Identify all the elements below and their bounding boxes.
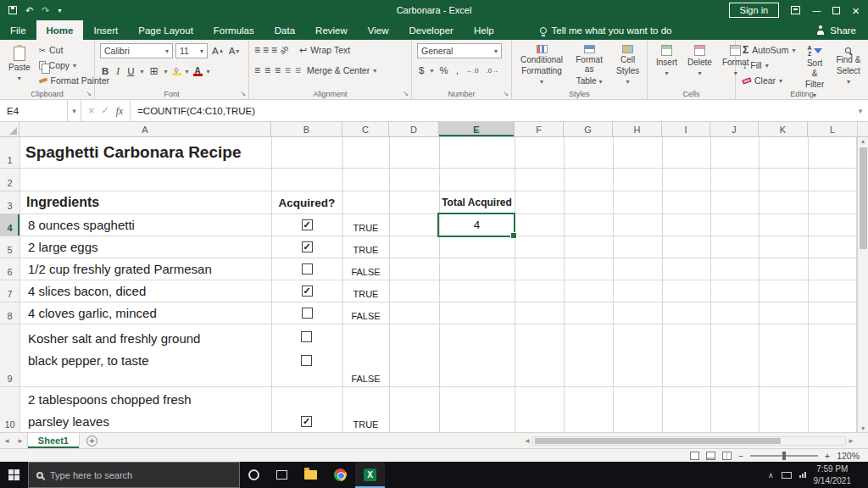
row-header-5[interactable]: 5 [0,236,19,258]
merge-center-button[interactable]: Merge & Center [305,64,378,77]
decrease-font-button[interactable]: A [227,46,242,56]
cell-c10[interactable]: TRUE [342,387,389,432]
column-header-d[interactable]: D [389,122,439,136]
cell-c5[interactable]: TRUE [342,236,389,258]
clear-button[interactable]: Clear [741,74,797,87]
hidden-icons-chevron-icon[interactable] [768,470,774,480]
tab-data[interactable]: Data [264,20,305,40]
row-header-10[interactable]: 10 [0,387,19,432]
bold-button[interactable]: B [100,66,110,76]
column-header-b[interactable]: B [271,122,342,136]
close-button[interactable] [852,3,860,18]
tab-review[interactable]: Review [305,20,358,40]
tab-insert[interactable]: Insert [83,20,128,40]
task-view-button[interactable] [268,462,296,488]
column-header-k[interactable]: K [759,122,808,136]
orientation-button[interactable]: ab [278,44,290,56]
align-right-button[interactable] [275,64,281,76]
name-box-caret-icon[interactable]: ▾ [68,100,81,121]
number-format-combo[interactable]: General [417,43,502,58]
network-tray-icon[interactable] [799,472,806,478]
cell-a9[interactable]: Kosher salt and freshly ground black pep… [19,324,271,386]
taskbar-search-box[interactable]: Type here to search [28,462,240,488]
horizontal-scroll-track[interactable] [532,436,846,446]
start-button[interactable] [0,462,28,488]
sign-in-button[interactable]: Sign in [729,3,780,18]
cancel-formula-icon[interactable] [88,104,95,117]
minimize-button[interactable] [812,5,821,15]
tell-me-box[interactable]: Tell me what you want to do [540,20,672,40]
font-size-combo[interactable]: 11 [175,43,208,58]
italic-button[interactable]: I [114,66,121,76]
row-header-3[interactable]: 3 [0,191,19,214]
cell-c6[interactable]: FALSE [342,258,389,280]
column-header-l[interactable]: L [808,122,857,136]
chrome-button[interactable] [326,462,355,488]
font-name-combo[interactable]: Calibri [100,43,173,58]
cell-a1[interactable]: Spaghetti Carbonara Recipe [19,137,271,168]
row-header-6[interactable]: 6 [0,258,19,280]
conditional-formatting-button[interactable]: Conditional Formatting [517,43,566,87]
fill-color-button[interactable]: ◊ [172,67,181,75]
new-sheet-button[interactable]: + [86,435,97,446]
normal-view-icon[interactable] [690,452,699,460]
fill-button[interactable]: Fill [741,58,797,72]
save-icon[interactable] [8,6,17,14]
zoom-level[interactable]: 120% [837,451,860,461]
format-as-table-button[interactable]: Format as Table [570,43,609,87]
checkbox-eggs[interactable] [302,241,313,252]
zoom-out-icon[interactable] [738,451,743,461]
zoom-in-icon[interactable] [825,451,830,461]
alignment-dialog-launcher-icon[interactable] [403,90,409,97]
page-layout-view-icon[interactable] [706,452,715,460]
decrease-indent-button[interactable] [285,64,291,76]
horizontal-scroll-thumb[interactable] [535,438,781,444]
cell-styles-button[interactable]: Cell Styles [612,43,643,87]
next-sheet-icon[interactable] [14,433,27,448]
cell-a3[interactable]: Ingredients [19,191,271,214]
checkbox-salt[interactable] [301,331,312,342]
zoom-slider[interactable] [750,455,818,457]
underline-caret-icon[interactable] [140,68,143,75]
cell-c8[interactable]: FALSE [342,302,389,324]
formula-input[interactable]: =COUNTIF(C4:C10,TRUE) [131,100,853,121]
column-header-g[interactable]: G [564,122,613,136]
display-tray-icon[interactable] [782,472,792,479]
checkbox-bacon[interactable] [302,286,313,297]
excel-taskbar-button[interactable] [355,462,385,488]
name-box[interactable]: E4 [0,100,68,121]
file-explorer-button[interactable] [296,462,326,488]
vertical-scroll-thumb[interactable] [860,147,867,249]
customize-qat-caret-icon[interactable] [58,7,61,14]
tab-page-layout[interactable]: Page Layout [128,20,203,40]
accounting-caret-icon[interactable] [430,67,433,75]
cell-a8[interactable]: 4 cloves garlic, minced [19,302,271,324]
scroll-left-icon[interactable] [524,437,531,445]
row-header-8[interactable]: 8 [0,302,19,324]
insert-function-icon[interactable]: fx [116,106,123,116]
paste-button[interactable]: Paste [5,43,34,87]
clipboard-dialog-launcher-icon[interactable] [86,90,92,97]
sort-filter-button[interactable]: AZ Sort & Filter [800,43,828,87]
tab-view[interactable]: View [358,20,399,40]
column-header-j[interactable]: J [710,122,759,136]
row-header-1[interactable]: 1 [0,137,19,168]
cell-e4[interactable]: 4 [439,214,515,236]
increase-decimal-button[interactable]: ←.0 [465,67,481,75]
enter-formula-icon[interactable] [102,105,109,116]
checkbox-garlic[interactable] [302,308,313,319]
scroll-up-icon[interactable] [861,137,865,145]
cell-a6[interactable]: 1/2 cup freshly grated Parmesan [19,258,271,280]
wrap-text-button[interactable]: Wrap Text [298,43,352,57]
sheet-tab-sheet1[interactable]: Sheet1 [27,433,80,448]
row-header-2[interactable]: 2 [0,169,19,191]
font-color-caret-icon[interactable] [207,68,210,75]
cell-a10[interactable]: 2 tablespoons chopped fresh parsley leav… [19,387,271,432]
row-header-9[interactable]: 9 [0,324,19,386]
tab-developer[interactable]: Developer [399,20,464,40]
tab-help[interactable]: Help [464,20,504,40]
font-dialog-launcher-icon[interactable] [240,90,246,97]
number-dialog-launcher-icon[interactable] [503,90,509,97]
scroll-right-icon[interactable] [848,437,854,445]
checkbox-parmesan[interactable] [302,263,313,274]
